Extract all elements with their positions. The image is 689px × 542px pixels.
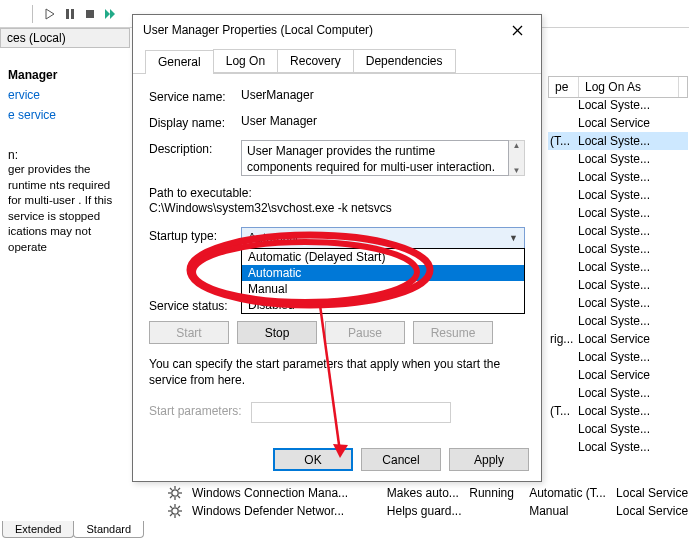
svg-line-23: [170, 514, 172, 516]
detail-title: Manager: [8, 68, 126, 82]
startup-type-combo[interactable]: Automatic ▼ Automatic (Delayed Start)Aut…: [241, 227, 525, 249]
description-scrollbar[interactable]: ▲▼: [509, 140, 525, 176]
view-tabs: Extended Standard: [2, 521, 143, 538]
help-text: You can specify the start parameters tha…: [149, 356, 525, 388]
svg-line-13: [178, 488, 180, 490]
list-row[interactable]: Local Syste...: [548, 384, 688, 402]
list-row[interactable]: Local Syste...: [548, 276, 688, 294]
ok-button[interactable]: OK: [273, 448, 353, 471]
tab-standard[interactable]: Standard: [73, 521, 144, 538]
list-row[interactable]: Local Syste...: [548, 222, 688, 240]
list-row[interactable]: Local Syste...: [548, 258, 688, 276]
services-list-bottom-fragment: Windows Connection Mana...Makes auto...R…: [168, 484, 688, 520]
list-row[interactable]: Local Syste...: [548, 240, 688, 258]
list-row[interactable]: Local Syste...: [548, 348, 688, 366]
startup-option[interactable]: Manual: [242, 281, 524, 297]
service-detail-panel: Manager ervice e service n: ger provides…: [0, 50, 130, 263]
startup-type-field[interactable]: Automatic ▼: [241, 227, 525, 249]
svg-line-22: [178, 506, 180, 508]
tab-general[interactable]: General: [145, 50, 214, 74]
startup-option[interactable]: Automatic: [242, 265, 524, 281]
service-name-label: Service name:: [149, 88, 241, 104]
services-column-headers: pe Log On As: [548, 76, 688, 98]
pause-icon[interactable]: [63, 7, 77, 21]
display-name-label: Display name:: [149, 114, 241, 130]
start-parameters-label: Start parameters:: [149, 402, 251, 418]
restart-icon[interactable]: [103, 7, 117, 21]
restart-link[interactable]: e service: [8, 108, 126, 122]
svg-point-6: [172, 490, 178, 496]
svg-line-12: [178, 496, 180, 498]
list-row[interactable]: Local Syste...: [548, 204, 688, 222]
service-status-label: Service status:: [149, 297, 241, 313]
list-row[interactable]: rig...Local Service: [548, 330, 688, 348]
close-icon: [512, 25, 523, 36]
list-row[interactable]: Windows Defender Networ...Helps guard...…: [168, 502, 688, 520]
description-label: Description:: [149, 140, 241, 156]
svg-marker-4: [105, 9, 110, 19]
play-icon[interactable]: [43, 7, 57, 21]
start-parameters-input: [251, 402, 451, 423]
stop-link[interactable]: ervice: [8, 88, 126, 102]
general-tab-body: Service name: UserManager Display name: …: [133, 74, 541, 443]
list-row[interactable]: Local Service: [548, 366, 688, 384]
pause-button: Pause: [325, 321, 405, 344]
startup-type-label: Startup type:: [149, 227, 241, 243]
list-row[interactable]: (T...Local Syste...: [548, 132, 688, 150]
list-row[interactable]: Local Syste...: [548, 168, 688, 186]
start-button: Start: [149, 321, 229, 344]
resume-button: Resume: [413, 321, 493, 344]
list-row[interactable]: Local Syste...: [548, 150, 688, 168]
apply-button[interactable]: Apply: [449, 448, 529, 471]
col-logon-as[interactable]: Log On As: [579, 77, 679, 97]
path-value: C:\Windows\system32\svchost.exe -k netsv…: [149, 201, 525, 215]
dialog-titlebar: User Manager Properties (Local Computer): [133, 15, 541, 45]
svg-point-15: [172, 508, 178, 514]
list-row[interactable]: Local Syste...: [548, 420, 688, 438]
startup-type-selected: Automatic: [248, 231, 301, 245]
properties-dialog: User Manager Properties (Local Computer)…: [132, 14, 542, 482]
services-local-header: ces (Local): [0, 28, 130, 48]
desc-body: ger provides the runtime nts required fo…: [8, 162, 126, 255]
stop-icon[interactable]: [83, 7, 97, 21]
tab-recovery[interactable]: Recovery: [277, 49, 354, 73]
service-control-buttons: Start Stop Pause Resume: [149, 321, 525, 344]
chevron-down-icon: ▼: [509, 233, 518, 243]
svg-rect-1: [66, 9, 69, 19]
spacer-icon: [8, 7, 22, 21]
services-list-right-fragment: Local Syste...Local Service(T...Local Sy…: [548, 96, 688, 456]
desc-heading: n:: [8, 148, 126, 162]
startup-option[interactable]: Automatic (Delayed Start): [242, 249, 524, 265]
svg-rect-3: [86, 10, 94, 18]
col-startup-type[interactable]: pe: [549, 77, 579, 97]
list-row[interactable]: Windows Connection Mana...Makes auto...R…: [168, 484, 688, 502]
svg-rect-2: [71, 9, 74, 19]
list-row[interactable]: Local Syste...: [548, 96, 688, 114]
tab-dependencies[interactable]: Dependencies: [353, 49, 456, 73]
close-button[interactable]: [497, 17, 537, 43]
svg-marker-0: [46, 9, 54, 19]
description-box: User Manager provides the runtime compon…: [241, 140, 509, 176]
dialog-buttons: OK Cancel Apply: [273, 448, 529, 471]
stop-button[interactable]: Stop: [237, 321, 317, 344]
display-name-value: User Manager: [241, 114, 525, 128]
tab-logon[interactable]: Log On: [213, 49, 278, 73]
path-label: Path to executable:: [149, 186, 525, 200]
list-row[interactable]: Local Syste...: [548, 186, 688, 204]
dialog-title: User Manager Properties (Local Computer): [143, 23, 497, 37]
list-row[interactable]: (T...Local Syste...: [548, 402, 688, 420]
dialog-tabs: General Log On Recovery Dependencies: [133, 45, 541, 74]
startup-option[interactable]: Disabled: [242, 297, 524, 313]
svg-line-21: [178, 514, 180, 516]
list-row[interactable]: Local Service: [548, 114, 688, 132]
list-row[interactable]: Local Syste...: [548, 312, 688, 330]
service-name-value: UserManager: [241, 88, 525, 102]
tab-extended[interactable]: Extended: [2, 521, 74, 538]
cancel-button[interactable]: Cancel: [361, 448, 441, 471]
list-row[interactable]: Local Syste...: [548, 438, 688, 456]
svg-line-20: [170, 506, 172, 508]
list-row[interactable]: Local Syste...: [548, 294, 688, 312]
svg-line-14: [170, 496, 172, 498]
svg-marker-5: [110, 9, 115, 19]
svg-line-11: [170, 488, 172, 490]
